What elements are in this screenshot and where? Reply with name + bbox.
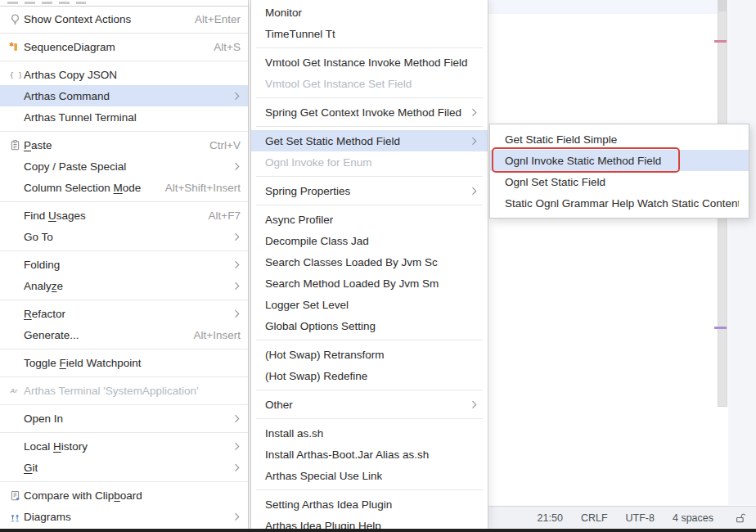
- menu-item-label: Arthas Command: [24, 90, 110, 102]
- menu-item-paste[interactable]: PasteCtrl+V: [0, 134, 248, 156]
- menu-item-install-as-sh[interactable]: Install as.sh: [251, 422, 488, 444]
- menu-shortcut: Alt+Shift+Insert: [151, 182, 241, 194]
- menu-item-static-ognl-grammar-help-watch-static-content[interactable]: Static Ognl Grammar Help Watch Static Co…: [490, 192, 749, 214]
- menu-item-label: Toggle Field Watchpoint: [24, 357, 142, 369]
- menu-item-column-selection-mode[interactable]: Column Selection ModeAlt+Shift+Insert: [0, 177, 248, 198]
- menu-item-label: Git: [24, 462, 38, 474]
- menu-item-decompile-class-jad[interactable]: Decompile Class Jad: [251, 230, 488, 251]
- chevron-right-icon: [224, 309, 241, 318]
- menu-item-label: Ognl Invoke Static Method Field: [505, 155, 661, 167]
- menu-item-analyze[interactable]: Analyze: [0, 275, 248, 296]
- menu-separator: [0, 300, 248, 300]
- menu-separator: [256, 340, 483, 340]
- window-bottom-edge: [0, 529, 756, 532]
- encoding-widget[interactable]: UTF-8: [626, 512, 655, 524]
- menu-item-label: Arthas Copy JSON: [24, 69, 117, 81]
- editor-annotation-gutter: [728, 0, 756, 505]
- compare-clipboard-icon: [6, 489, 24, 502]
- diagrams-icon: [6, 511, 24, 523]
- menu-item-label: Find Usages: [24, 210, 86, 222]
- arthas-terminal-icon: Ar: [6, 385, 24, 397]
- menu-item-get-static-field-simple[interactable]: Get Static Field Simple: [490, 128, 749, 150]
- get-set-static-method-field-submenu: Get Static Field SimpleOgnl Invoke Stati…: [489, 124, 749, 219]
- menu-item-hot-swap-redefine[interactable]: (Hot Swap) Redefine: [251, 365, 488, 386]
- caret-position-widget[interactable]: 21:50: [538, 512, 563, 524]
- menu-separator: [256, 126, 483, 127]
- chevron-right-icon: [224, 442, 241, 451]
- menu-item-toggle-field-watchpoint[interactable]: Toggle Field Watchpoint: [0, 352, 248, 373]
- menu-item-sequencediagram[interactable]: ✱SequenceDiagramAlt+S: [0, 36, 248, 57]
- editor-context-menu: Show Context ActionsAlt+Enter✱SequenceDi…: [0, 0, 249, 529]
- menu-item-arthas-tunnel-terminal[interactable]: Arthas Tunnel Terminal: [0, 106, 248, 128]
- menu-item-spring-get-context-invoke-method-filed[interactable]: Spring Get Context Invoke Method Filed: [251, 101, 488, 123]
- chevron-right-icon: [224, 260, 241, 269]
- menu-item-arthas-idea-plugin-help[interactable]: Arthas Idea Plugin Help: [251, 515, 488, 529]
- menu-separator: [256, 205, 483, 205]
- chevron-right-icon: [224, 232, 241, 241]
- menu-item-async-profiler[interactable]: Async Profiler: [251, 209, 488, 230]
- chevron-right-icon: [224, 463, 241, 472]
- menu-item-refactor[interactable]: Refactor: [0, 303, 248, 324]
- indent-widget[interactable]: 4 spaces: [673, 512, 713, 524]
- editor-current-line-highlight: [488, 0, 718, 14]
- menu-item-global-options-setting[interactable]: Global Options Setting: [251, 315, 488, 336]
- chevron-right-icon: [224, 414, 241, 423]
- menu-separator: [0, 404, 248, 405]
- menu-item-label: Go To: [24, 231, 53, 243]
- menu-item-arthas-command[interactable]: Arthas Command: [0, 85, 248, 106]
- menu-item-other[interactable]: Other: [251, 394, 488, 415]
- menu-item-label: Install as.sh: [265, 427, 323, 440]
- menu-item-copy-paste-special[interactable]: Copy / Paste Special: [0, 156, 248, 177]
- menu-item-logger-set-level[interactable]: Logger Set Level: [251, 294, 488, 315]
- menu-item-monitor[interactable]: Monitor: [251, 2, 488, 23]
- menu-item-vmtool-get-instance-invoke-method-field[interactable]: Vmtool Get Instance Invoke Method Field: [251, 52, 488, 73]
- menu-separator: [0, 349, 248, 349]
- menu-item-label: Diagrams: [24, 511, 71, 523]
- menu-item-get-set-static-method-field[interactable]: Get Set Static Method Field: [251, 130, 488, 151]
- line-separator-widget[interactable]: CRLF: [581, 512, 608, 524]
- menu-item-label: Arthas Special Use Link: [265, 470, 382, 482]
- menu-item-install-arthas-boot-jar-alias-as-sh[interactable]: Install Arthas-Boot.Jar Alias as.sh: [251, 444, 488, 465]
- menu-item-ognl-invoke-static-method-field[interactable]: Ognl Invoke Static Method Field: [490, 150, 749, 171]
- menu-item-search-method-loaded-by-jvm-sm[interactable]: Search Method Loaded By Jvm Sm: [251, 273, 488, 294]
- menu-item-git[interactable]: Git: [0, 457, 248, 478]
- menu-item-label: Decompile Class Jad: [265, 235, 369, 247]
- menu-separator: [0, 131, 248, 132]
- editor-area: 21:50 CRLF UTF-8 4 spaces: [488, 0, 756, 532]
- menu-item-setting-arthas-idea-plugin[interactable]: Setting Arthas Idea Plugin: [251, 494, 488, 515]
- menu-separator: [256, 176, 483, 177]
- menu-shortcut: Alt+S: [199, 41, 241, 53]
- menu-item-generate[interactable]: Generate...Alt+Insert: [0, 324, 248, 345]
- menu-item-go-to[interactable]: Go To: [0, 226, 248, 247]
- chevron-right-icon: [461, 400, 478, 409]
- menu-item-search-classes-loaded-by-jvm-sc[interactable]: Search Classes Loaded By Jvm Sc: [251, 251, 488, 273]
- menu-item-label: Search Method Loaded By Jvm Sm: [265, 277, 439, 290]
- menu-item-show-context-actions[interactable]: Show Context ActionsAlt+Enter: [0, 8, 248, 29]
- menu-item-find-usages[interactable]: Find UsagesAlt+F7: [0, 205, 248, 226]
- menu-item-arthas-special-use-link[interactable]: Arthas Special Use Link: [251, 465, 488, 486]
- menu-item-label: Install Arthas-Boot.Jar Alias as.sh: [265, 449, 429, 461]
- menu-item-diagrams[interactable]: Diagrams: [0, 506, 248, 527]
- scrollbar-error-stripe-pink[interactable]: [714, 40, 727, 43]
- menu-item-open-in[interactable]: Open In: [0, 408, 248, 429]
- menu-item-ognl-set-static-field[interactable]: Ognl Set Static Field: [490, 171, 749, 192]
- menu-item-label: Search Classes Loaded By Jvm Sc: [265, 256, 438, 268]
- scrollbar-error-stripe-purple[interactable]: [714, 327, 727, 329]
- chevron-right-icon: [224, 92, 241, 101]
- menu-item-folding[interactable]: Folding: [0, 254, 248, 275]
- menu-item-timetunnel-tt[interactable]: TimeTunnel Tt: [251, 23, 488, 44]
- menu-item-label: Get Set Static Method Field: [265, 135, 400, 147]
- menu-item-label: Local History: [24, 440, 88, 453]
- menu-item-spring-properties[interactable]: Spring Properties: [251, 180, 488, 201]
- menu-shortcut: Alt+Enter: [180, 13, 241, 25]
- status-bar: 21:50 CRLF UTF-8 4 spaces: [488, 506, 756, 529]
- unlock-icon[interactable]: [735, 512, 746, 524]
- menu-separator: [256, 390, 483, 390]
- menu-item-arthas-copy-json[interactable]: { }Arthas Copy JSON: [0, 64, 248, 85]
- menu-item-local-history[interactable]: Local History: [0, 435, 248, 457]
- menu-item-label: Spring Properties: [265, 185, 350, 197]
- menu-item-compare-with-clipboard[interactable]: Compare with Clipboard: [0, 485, 248, 506]
- menu-item-label: Vmtool Get Instance Invoke Method Field: [265, 56, 468, 69]
- menu-item-label: (Hot Swap) Redefine: [265, 370, 367, 382]
- menu-item-hot-swap-retransform[interactable]: (Hot Swap) Retransform: [251, 344, 488, 365]
